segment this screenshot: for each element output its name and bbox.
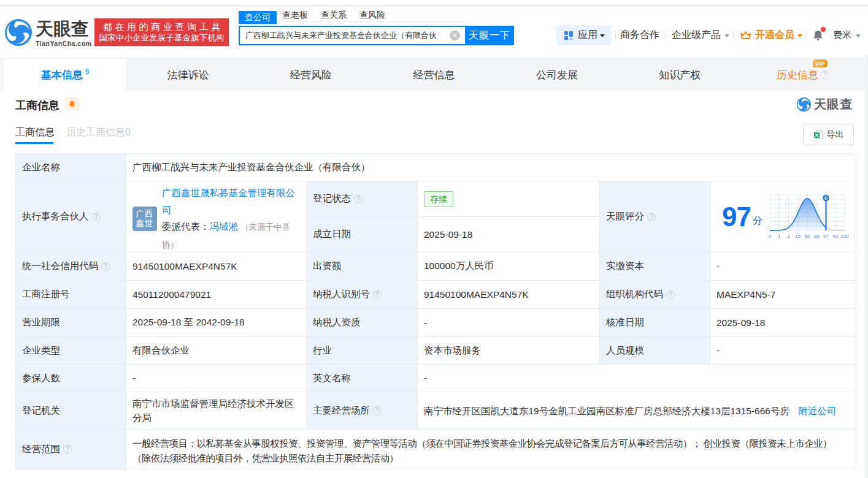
field-label-insured-count: 参保人数 [16, 365, 126, 392]
field-label-est-date: 成立日期 [307, 217, 417, 252]
divider [805, 31, 806, 40]
search-tab-company[interactable]: 查公司 [239, 11, 277, 24]
field-value-est-date: 2025-09-18 [418, 217, 599, 252]
cell-text: 参保人数 [22, 372, 60, 385]
cell-text: 2025-09-18 [424, 229, 472, 240]
help-icon[interactable] [666, 290, 675, 299]
tab-legal[interactable]: 法律诉讼 [126, 59, 249, 91]
cell-text: 91450100MAEXP4N57K [424, 289, 529, 300]
menu-enterprise-label: 企业级产品 [672, 29, 721, 42]
promo-banner: 都在用的商业查询工具 国家中小企业发展子基金旗下机构 [94, 18, 229, 46]
cell-text: 2025-09-18 至 2042-09-18 [133, 316, 245, 329]
header-menu: 应用 商务合作 企业级产品 开通会员 费米 [556, 25, 861, 45]
cell-text: 纳税人资质 [313, 316, 361, 329]
tab-company-development[interactable]: 公司发展 [496, 59, 618, 91]
cell-text: 主要经营场所 [313, 404, 370, 417]
apps-menu[interactable]: 应用 [556, 25, 611, 45]
user-name: 费米 [833, 29, 851, 41]
help-icon[interactable] [63, 445, 72, 453]
field-value-tax-id: 91450100MAEXP4N57K [418, 281, 599, 308]
tab-history-info[interactable]: VIP 历史信息 [742, 59, 864, 91]
field-label-staff-size: 人员规模 [600, 337, 710, 364]
cell-text: 企业名称 [22, 161, 60, 174]
cell-text: 营业期限 [22, 316, 60, 329]
field-label-english-name: 英文名称 [307, 365, 417, 392]
export-button[interactable]: 导出 [803, 124, 854, 145]
field-label-org-code: 组织机构代码 [600, 281, 710, 308]
logo-texts: 天眼查 TianYanCha.com [36, 19, 91, 47]
subtab-business-info[interactable]: 工商信息 [15, 126, 55, 144]
field-value-tax-qualification: - [418, 309, 599, 336]
cell-text: 南宁市市场监督管理局经济技术开发区分局 [133, 396, 300, 425]
search-tabs: 查公司 查老板 查关系 查风险 [239, 11, 465, 21]
tab-operation-info[interactable]: 经营信息 [372, 59, 495, 91]
menu-enterprise[interactable]: 企业级产品 [672, 29, 729, 42]
business-address-text: 南宁市经开区国凯大道东19号金凯工业园南区标准厂房总部经济大楼13层1315-6… [424, 406, 789, 416]
site-logo[interactable]: 天眼查 TianYanCha.com [5, 19, 91, 47]
tab-operation-risk[interactable]: 经营风险 [250, 59, 372, 91]
field-label-company-name: 企业名称 [16, 154, 126, 181]
help-icon[interactable] [92, 213, 101, 221]
help-icon[interactable] [101, 262, 110, 271]
cell-text: 历史信息 [777, 68, 818, 82]
field-value-approval-date: 2025-09-18 [710, 309, 855, 336]
cell-text: 广西柳工战兴与未来产业投资基金合伙企业（有限合伙） [133, 161, 371, 174]
address-line: 南宁市经开区国凯大道东19号金凯工业园南区标准厂房总部经济大楼13层1315-6… [424, 404, 836, 418]
subtab-history-business-info[interactable]: 历史工商信息0 [66, 126, 131, 144]
history-help-icon[interactable] [821, 70, 829, 79]
field-value-reg-number: 450112000479021 [126, 281, 306, 308]
help-icon[interactable] [647, 213, 656, 221]
field-label-business-scope: 经营范围 [16, 430, 126, 469]
cell-text: - [424, 373, 427, 384]
vip-upgrade[interactable]: 开通会员 [740, 29, 802, 42]
field-value-reg-authority: 南宁市市场监督管理局经济技术开发区分局 [126, 392, 306, 429]
promo-line1: 都在用的商业查询工具 [94, 21, 229, 32]
clear-search-icon[interactable] [450, 31, 460, 41]
field-label-business-address: 主要经营场所 [307, 392, 417, 429]
search-tab-relation[interactable]: 查关系 [321, 10, 347, 21]
field-label-reg-number: 工商注册号 [16, 281, 126, 308]
field-label-reg-status: 登记状态 [307, 181, 417, 216]
help-icon[interactable] [354, 195, 363, 203]
partner-company-link[interactable]: 广西鑫世晟私募基金管理有限公司 [162, 184, 301, 218]
search-tab-risk[interactable]: 查风险 [359, 10, 385, 21]
menu-cooperation[interactable]: 商务合作 [620, 29, 659, 42]
search-input[interactable]: 广西柳工战兴与未来产业投资基金合伙企业（有限合伙 [239, 26, 465, 45]
help-icon[interactable] [373, 290, 382, 299]
cell-text: 经营风险 [290, 68, 332, 82]
section-title: 工商信息 [15, 98, 60, 113]
scrollbar-track[interactable] [865, 55, 868, 478]
notifications-bell[interactable] [812, 29, 824, 42]
search-button[interactable]: 天眼一下 [465, 26, 514, 45]
business-info-table: 企业名称 广西柳工战兴与未来产业投资基金合伙企业（有限合伙） 执行事务合伙人 广… [15, 153, 855, 469]
field-label-paid-capital: 实缴资本 [600, 252, 710, 280]
user-menu[interactable]: 费米 [833, 29, 861, 41]
cell-text: 基本信息 [41, 68, 83, 82]
cell-text: 2025-09-18 [716, 317, 765, 328]
svg-text:3: 3 [787, 233, 790, 239]
tab-intellectual-property[interactable]: 知识产权 [618, 59, 741, 91]
vip-caret-icon [797, 34, 802, 37]
cell-text: - [424, 317, 427, 328]
svg-text:97: 97 [823, 233, 829, 239]
cell-text: - [716, 261, 720, 272]
enterprise-caret-icon [724, 34, 729, 37]
tab-basic-info[interactable]: 基本信息 5 [4, 59, 126, 91]
monitor-bell-button[interactable] [65, 97, 79, 110]
field-label-tax-id: 纳税人识别号 [307, 281, 417, 308]
apps-menu-label: 应用 [578, 29, 597, 42]
cell-text: 纳税人识别号 [313, 288, 370, 301]
cell-text: 资本市场服务 [424, 344, 481, 357]
help-icon[interactable] [373, 406, 382, 415]
partner-logo[interactable]: 广西 鑫世 [133, 207, 157, 231]
nearby-companies-link[interactable]: 附近公司 [798, 406, 836, 416]
partner-rep-link[interactable]: 冯域淞 [210, 221, 239, 232]
partner-rep-label: 委派代表： [162, 221, 210, 232]
svg-text:100: 100 [840, 233, 849, 239]
cell-text: 法律诉讼 [167, 68, 209, 82]
search-tab-boss[interactable]: 查老板 [282, 10, 308, 21]
cell-text: 公司发展 [536, 68, 578, 82]
cell-text: 450112000479021 [133, 289, 211, 300]
divider [666, 31, 666, 40]
excel-icon [813, 129, 823, 140]
